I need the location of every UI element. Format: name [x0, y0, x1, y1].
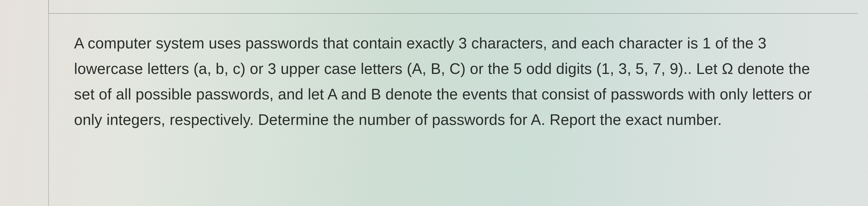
question-content-area: A computer system uses passwords that co…: [48, 14, 858, 206]
top-border-rule: [48, 0, 858, 14]
question-text: A computer system uses passwords that co…: [74, 30, 832, 132]
